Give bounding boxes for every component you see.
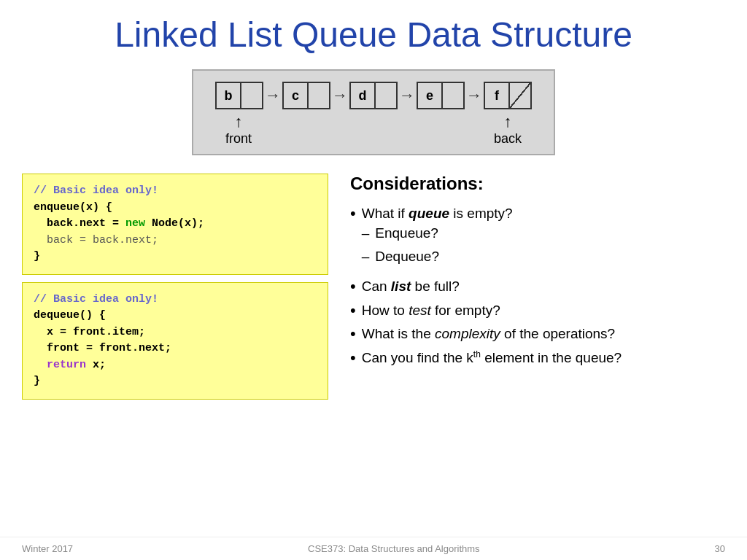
node-e-ptr [443,83,463,108]
node-d: d [349,82,398,109]
node-b-ptr [241,83,262,108]
item2-text: Can list be full? [362,278,460,296]
arrow-2: → [332,86,348,105]
item1-subitems: Enqueue? Dequeue? [362,225,513,266]
nodes-row: b → c → d → e → f [215,82,532,109]
front-label: front [225,131,252,147]
subitem-enqueue: Enqueue? [362,225,513,243]
diagram-container: b → c → d → e → f [0,69,747,155]
node-d-val: d [351,83,376,108]
dequeue-line1: dequeue() { [34,308,317,324]
dequeue-line5: } [34,373,317,390]
consideration-item-5: • Can you find the kth element in the qu… [350,349,725,368]
content-area: // Basic idea only! enqueue(x) { back.ne… [0,163,747,411]
consideration-item-3: • How to test for empty? [350,302,725,320]
node-f: f [484,82,532,109]
considerations-panel: Considerations: • What if queue is empty… [343,174,725,400]
subitem-dequeue: Dequeue? [362,248,513,266]
enqueue-block: // Basic idea only! enqueue(x) { back.ne… [22,174,328,275]
node-d-ptr [376,83,396,108]
consideration-item-2: • Can list be full? [350,278,725,296]
dequeue-line4: return x; [34,357,317,374]
enqueue-comment: // Basic idea only! [34,183,317,200]
item1-text: What if queue is empty? [362,206,513,221]
front-arrow-up: ↑ [235,112,243,131]
arrow-4: → [466,86,482,105]
enqueue-line4: } [34,249,317,265]
dequeue-comment: // Basic idea only! [34,292,317,308]
footer-left: Winter 2017 [22,543,73,554]
item5-text: Can you find the kth element in the queu… [362,349,622,368]
back-label: back [494,131,522,147]
arrow-3: → [399,86,415,105]
node-b-val: b [217,83,241,108]
code-area: // Basic idea only! enqueue(x) { back.ne… [22,174,328,400]
enqueue-line1: enqueue(x) { [34,200,317,217]
dequeue-block: // Basic idea only! dequeue() { x = fron… [22,282,328,400]
dequeue-line2: x = front.item; [34,324,317,341]
node-c-ptr [309,83,329,108]
footer-center: CSE373: Data Structures and Algorithms [308,543,480,554]
node-f-null [510,83,530,108]
footer: Winter 2017 CSE373: Data Structures and … [0,537,747,560]
consideration-item-4: • What is the complexity of the operatio… [350,325,725,343]
node-e-val: e [418,83,443,108]
node-c-val: c [284,83,309,108]
item3-text: How to test for empty? [362,302,500,320]
arrow-1: → [265,86,281,105]
node-b: b [215,82,263,109]
consideration-item-1: • What if queue is empty? Enqueue? Deque… [350,205,725,272]
considerations-list: • What if queue is empty? Enqueue? Deque… [350,205,725,368]
item4-text: What is the complexity of the operations… [362,325,615,343]
node-c: c [282,82,330,109]
node-f-val: f [485,83,510,108]
linked-list-diagram: b → c → d → e → f [192,69,555,155]
back-arrow-up: ↑ [503,112,511,131]
considerations-heading: Considerations: [350,174,725,194]
footer-right: 30 [715,543,725,554]
node-e: e [417,82,465,109]
page-title: Linked List Queue Data Structure [0,0,747,62]
enqueue-line2: back.next = new Node(x); [34,216,317,233]
dequeue-line3: front = front.next; [34,341,317,357]
enqueue-line3: back = back.next; [34,233,317,249]
